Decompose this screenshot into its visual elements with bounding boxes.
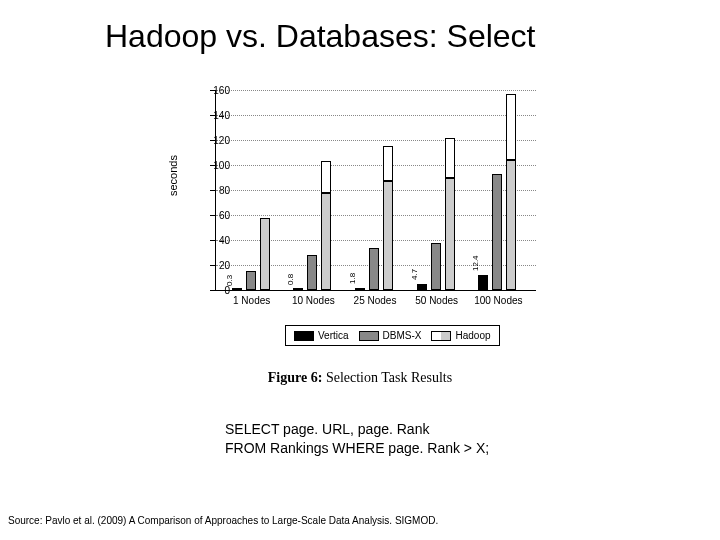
y-tick-label: 20 [219, 260, 230, 271]
y-tick-label: 160 [213, 85, 230, 96]
y-tick-label: 80 [219, 185, 230, 196]
x-tick-label: 50 Nodes [407, 295, 467, 306]
legend-item-dbmsx: DBMS-X [359, 330, 422, 341]
bar-value-label: 4.7 [410, 269, 419, 280]
chart: seconds 0.30.81.84.712.4 Vertica DBMS-X … [165, 80, 555, 360]
y-tick-label: 140 [213, 110, 230, 121]
bar-value-label: 12.4 [471, 255, 480, 271]
sql-query: SELECT page. URL, page. Rank FROM Rankin… [225, 420, 489, 458]
y-axis-label: seconds [167, 155, 179, 196]
x-tick-label: 1 Nodes [222, 295, 282, 306]
x-tick-label: 100 Nodes [468, 295, 528, 306]
legend-item-vertica: Vertica [294, 330, 349, 341]
y-tick-label: 120 [213, 135, 230, 146]
source-citation: Source: Pavlo et al. (2009) A Comparison… [8, 515, 438, 526]
plot-area: 0.30.81.84.712.4 [215, 90, 536, 291]
bar-value-label: 1.8 [348, 273, 357, 284]
x-tick-label: 25 Nodes [345, 295, 405, 306]
bar-value-label: 0.8 [286, 274, 295, 285]
page-title: Hadoop vs. Databases: Select [105, 18, 535, 55]
figure-caption: Figure 6: Selection Task Results [165, 370, 555, 386]
legend-item-hadoop: Hadoop [431, 330, 490, 341]
y-tick-label: 60 [219, 210, 230, 221]
x-tick-label: 10 Nodes [283, 295, 343, 306]
legend: Vertica DBMS-X Hadoop [285, 325, 500, 346]
y-tick-label: 0 [224, 285, 230, 296]
y-tick-label: 100 [213, 160, 230, 171]
y-tick-label: 40 [219, 235, 230, 246]
